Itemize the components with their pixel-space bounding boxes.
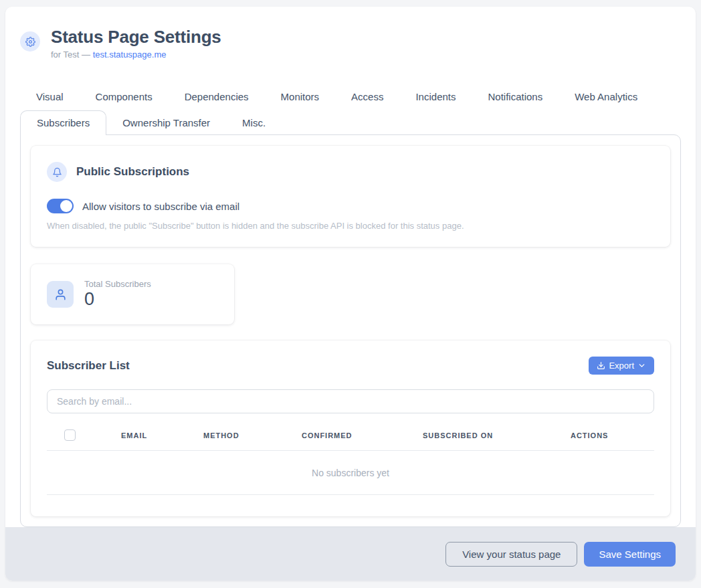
footer-action-bar: View your status page Save Settings xyxy=(5,527,696,581)
gear-icon xyxy=(20,31,40,52)
status-page-link[interactable]: test.statuspage.me xyxy=(93,50,167,60)
search-input[interactable] xyxy=(47,389,654,413)
download-icon xyxy=(597,361,605,370)
toggle-knob xyxy=(60,200,72,212)
subscribe-helper-text: When disabled, the public "Subscribe" bu… xyxy=(47,221,654,231)
stat-label: Total Subscribers xyxy=(84,279,151,289)
tab-subscribers[interactable]: Subscribers xyxy=(20,110,106,135)
tab-dependencies[interactable]: Dependencies xyxy=(169,86,265,107)
settings-page-card: Status Page Settings for Test — test.sta… xyxy=(5,7,696,581)
subscriber-list-title: Subscriber List xyxy=(47,359,130,373)
export-button[interactable]: Export xyxy=(589,357,654,375)
column-actions: ACTIONS xyxy=(571,431,654,439)
view-status-page-button[interactable]: View your status page xyxy=(445,542,577,567)
subscriber-table-header: EMAIL METHOD CONFIRMED SUBSCRIBED ON ACT… xyxy=(47,429,654,451)
tab-incidents[interactable]: Incidents xyxy=(399,86,472,107)
settings-tabs: Visual Components Dependencies Monitors … xyxy=(20,86,681,134)
subtitle-prefix: for Test — xyxy=(51,50,93,60)
tab-access[interactable]: Access xyxy=(335,86,399,107)
person-icon xyxy=(47,281,74,308)
toggle-label: Allow visitors to subscribe via email xyxy=(82,201,239,212)
column-email: EMAIL xyxy=(121,431,203,439)
subscribe-toggle-row: Allow visitors to subscribe via email xyxy=(47,199,654,213)
stat-value: 0 xyxy=(84,289,151,310)
column-method: METHOD xyxy=(203,431,302,439)
allow-subscribe-toggle[interactable] xyxy=(47,199,74,213)
tabs-row-1: Visual Components Dependencies Monitors … xyxy=(20,86,681,107)
total-subscribers-stat: Total Subscribers 0 xyxy=(84,279,151,310)
save-settings-button[interactable]: Save Settings xyxy=(584,542,676,567)
tab-components[interactable]: Components xyxy=(80,86,169,107)
subscriber-list-card: Subscriber List Export EMAIL METHOD CONF… xyxy=(31,340,670,516)
page-header: Status Page Settings for Test — test.sta… xyxy=(5,7,696,60)
tabs-row-2: Subscribers Ownership Transfer Misc. xyxy=(20,110,681,134)
page-title: Status Page Settings xyxy=(51,27,221,47)
export-button-label: Export xyxy=(609,361,634,371)
tab-monitors[interactable]: Monitors xyxy=(265,86,336,107)
tab-visual[interactable]: Visual xyxy=(20,86,80,107)
select-all-checkbox[interactable] xyxy=(64,429,76,441)
bell-icon xyxy=(47,162,67,182)
column-confirmed: CONFIRMED xyxy=(302,431,423,439)
public-subscriptions-header: Public Subscriptions xyxy=(47,162,654,182)
page-subtitle: for Test — test.statuspage.me xyxy=(51,50,221,60)
public-subscriptions-card: Public Subscriptions Allow visitors to s… xyxy=(31,146,670,247)
column-subscribed-on: SUBSCRIBED ON xyxy=(423,431,571,439)
tab-notifications[interactable]: Notifications xyxy=(472,86,559,107)
public-subscriptions-title: Public Subscriptions xyxy=(76,165,189,179)
total-subscribers-card: Total Subscribers 0 xyxy=(31,264,234,324)
subscribers-tab-panel: Public Subscriptions Allow visitors to s… xyxy=(20,134,681,527)
tab-ownership-transfer[interactable]: Ownership Transfer xyxy=(106,110,226,134)
tab-web-analytics[interactable]: Web Analytics xyxy=(559,86,654,107)
empty-state: No subscribers yet xyxy=(47,451,654,495)
chevron-down-icon xyxy=(637,361,646,370)
tab-misc[interactable]: Misc. xyxy=(226,110,282,134)
subscriber-list-header: Subscriber List Export xyxy=(47,357,654,375)
title-block: Status Page Settings for Test — test.sta… xyxy=(51,27,221,60)
